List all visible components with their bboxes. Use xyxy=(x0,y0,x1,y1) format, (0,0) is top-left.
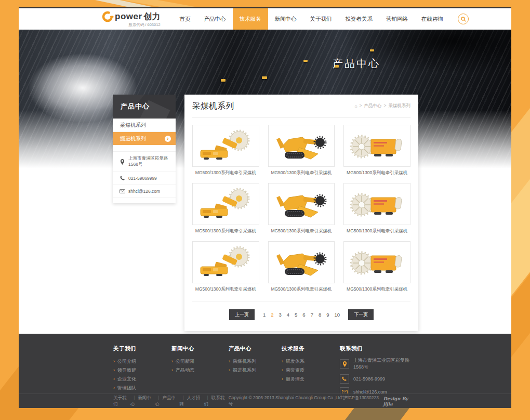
page-number[interactable]: 2 xyxy=(270,312,274,318)
pagination: 上一页 1 2 3 4 5 6 7 8 xyxy=(192,301,410,320)
footer-link[interactable]: 掘进机系列 xyxy=(229,366,282,375)
nav-item[interactable]: 技术服务 xyxy=(233,8,268,30)
search-button[interactable] xyxy=(458,14,469,24)
footer-link[interactable]: 产品动态 xyxy=(171,366,229,375)
footer-link[interactable]: 管理团队 xyxy=(113,384,171,392)
footer-link-list: 采煤机系列 掘进机系列 xyxy=(229,357,282,375)
nav-item[interactable]: 关于我们 xyxy=(303,8,339,30)
footer-contact-row: 上海市青浦工业园区崧复路1568号 xyxy=(340,357,418,371)
shearer-disc-right-image xyxy=(197,186,254,222)
breadcrumb-item[interactable]: 产品中心 xyxy=(357,103,382,109)
sidebar-menu-label: 掘进机系列 xyxy=(120,135,146,142)
page-number[interactable]: 7 xyxy=(310,312,314,318)
nav-item[interactable]: 在线咨询 xyxy=(415,8,450,30)
page-title: 采煤机系列 xyxy=(192,101,234,112)
footer-column: 产品中心 采煤机系列 掘进机系列 xyxy=(229,345,282,400)
footer-bottom-link[interactable]: 关于我们 xyxy=(113,395,130,408)
product-card[interactable]: MG500/1300系列电牵引采煤机 xyxy=(268,241,335,293)
footer-link[interactable]: 服务理念 xyxy=(282,375,340,384)
page-number[interactable]: 1 xyxy=(262,312,267,318)
nav-item[interactable]: 产品中心 xyxy=(197,8,233,30)
product-card[interactable]: MG500/1300系列电牵引采煤机 xyxy=(268,183,335,234)
c-power-logo-icon xyxy=(102,10,114,23)
product-card[interactable]: MG500/1300系列电牵引采煤机 xyxy=(343,125,410,176)
phone-icon xyxy=(340,374,349,384)
location-pin-icon xyxy=(120,159,125,165)
footer-link[interactable]: 公司新闻 xyxy=(171,357,229,366)
email-icon xyxy=(120,189,125,193)
sidebar-menu-item[interactable]: 掘进机系列 › xyxy=(113,132,176,145)
footer-column: 关于我们 公司介绍 领导致辞 企业文化 管理团队 xyxy=(113,345,171,400)
footer-column-title: 关于我们 xyxy=(113,345,171,352)
product-caption: MG500/1300系列电牵引采煤机 xyxy=(192,228,259,234)
product-card[interactable]: MG500/1300系列电牵引采煤机 xyxy=(192,125,259,176)
footer-bottom-link[interactable]: 人才招聘 xyxy=(179,395,204,408)
nav-item[interactable]: 营销网络 xyxy=(379,8,415,30)
product-caption: MG500/1300系列电牵引采煤机 xyxy=(343,170,410,176)
page-numbers: 1 2 3 4 5 6 7 8 9 10 xyxy=(262,312,341,318)
nav-item[interactable]: 首页 xyxy=(173,8,197,30)
next-page-button[interactable]: 下一页 xyxy=(348,309,374,320)
phone-icon xyxy=(120,176,125,181)
footer-bottom-link[interactable]: 产品中心 xyxy=(155,395,179,408)
footer-link[interactable]: 企业文化 xyxy=(113,375,171,384)
product-card[interactable]: MG500/1300系列电牵引采煤机 xyxy=(343,241,410,293)
search-icon xyxy=(461,17,466,22)
main-content: 采煤机系列 ⌂ 产品中心 采煤机系列 xyxy=(184,95,418,331)
contact-text: 上海市青浦工业园区崧复路1568号 xyxy=(353,357,418,371)
sidebar-menu-item[interactable]: 采煤机系列 › xyxy=(113,119,176,132)
product-image xyxy=(343,241,410,283)
product-grid: MG500/1300系列电牵引采煤机 MG500/1300系列电牵引采煤机 xyxy=(192,125,410,293)
nav-item[interactable]: 投资者关系 xyxy=(339,8,380,30)
footer-link[interactable]: 荣誉资质 xyxy=(282,366,340,375)
page-number[interactable]: 8 xyxy=(317,312,322,318)
main-nav: 首页 产品中心 技术服务 新闻中心 关于我们 投资者关系 营销网络 在线咨询 xyxy=(173,8,451,30)
product-image xyxy=(192,125,259,167)
roadheader-image xyxy=(273,244,329,281)
sidebar-menu: 采煤机系列 › 掘进机系列 › xyxy=(113,119,176,145)
breadcrumb: ⌂ 产品中心 采煤机系列 xyxy=(354,103,410,109)
footer-link[interactable]: 研发体系 xyxy=(282,357,340,366)
product-card[interactable]: MG500/1300系列电牵引采煤机 xyxy=(268,125,335,176)
logo-row: power 创力 xyxy=(102,10,161,23)
breadcrumb-item[interactable]: 采煤机系列 xyxy=(382,103,410,109)
product-image xyxy=(343,125,410,167)
page: { "brand": { "name_en": "power", "name_c… xyxy=(0,0,530,420)
product-image xyxy=(268,125,335,167)
sidebar: 产品中心 采煤机系列 › 掘进机系列 › 上海市青浦区崧复 xyxy=(113,95,176,203)
footer-link-list: 公司新闻 产品动态 xyxy=(171,357,229,375)
footer-bottom-link[interactable]: 新闻中心 xyxy=(130,395,155,408)
contact-text: shhcl@126.com xyxy=(128,189,160,194)
prev-page-button[interactable]: 上一页 xyxy=(229,309,255,320)
product-caption: MG500/1300系列电牵引采煤机 xyxy=(192,286,259,293)
page-number[interactable]: 9 xyxy=(325,312,330,318)
footer-link[interactable]: 采煤机系列 xyxy=(229,357,282,366)
logo[interactable]: power 创力 股票代码 / 603012 xyxy=(102,10,161,28)
location-pin-icon xyxy=(340,359,349,369)
design-credit: Design By jijia xyxy=(383,396,418,406)
nav-item[interactable]: 新闻中心 xyxy=(268,8,303,30)
product-caption: MG500/1300系列电牵引采煤机 xyxy=(268,170,335,176)
footer-column-title: 技术服务 xyxy=(282,345,340,352)
page-number[interactable]: 4 xyxy=(286,312,290,318)
footer-bottom-link[interactable]: 联系我们 xyxy=(204,395,229,408)
product-caption: MG500/1300系列电牵引采煤机 xyxy=(268,228,335,234)
shearer-disc-right-image xyxy=(197,244,254,281)
sidebar-contact: 上海市青浦区崧复路1568号 021-59869999 shhcl@126.co… xyxy=(113,151,176,198)
product-image xyxy=(192,241,259,283)
page-number[interactable]: 3 xyxy=(277,312,282,318)
footer-link[interactable]: 公司介绍 xyxy=(113,357,171,366)
footer-link-list: 公司介绍 领导致辞 企业文化 管理团队 xyxy=(113,357,171,392)
mine-truck xyxy=(262,76,267,79)
page-number[interactable]: 5 xyxy=(294,312,298,318)
product-card[interactable]: MG500/1300系列电牵引采煤机 xyxy=(343,183,410,234)
product-card[interactable]: MG500/1300系列电牵引采煤机 xyxy=(192,183,259,234)
product-card[interactable]: MG500/1300系列电牵引采煤机 xyxy=(192,241,259,293)
site-page: power 创力 股票代码 / 603012 首页 产品中心 技术服务 新闻中心… xyxy=(19,7,511,407)
footer-link[interactable]: 领导致辞 xyxy=(113,366,171,375)
product-image xyxy=(343,183,410,225)
page-number[interactable]: 6 xyxy=(301,312,306,318)
footer-contact-row: 021-5986-9999 xyxy=(340,374,418,384)
mine-truck xyxy=(370,49,374,51)
page-number[interactable]: 10 xyxy=(334,312,341,318)
